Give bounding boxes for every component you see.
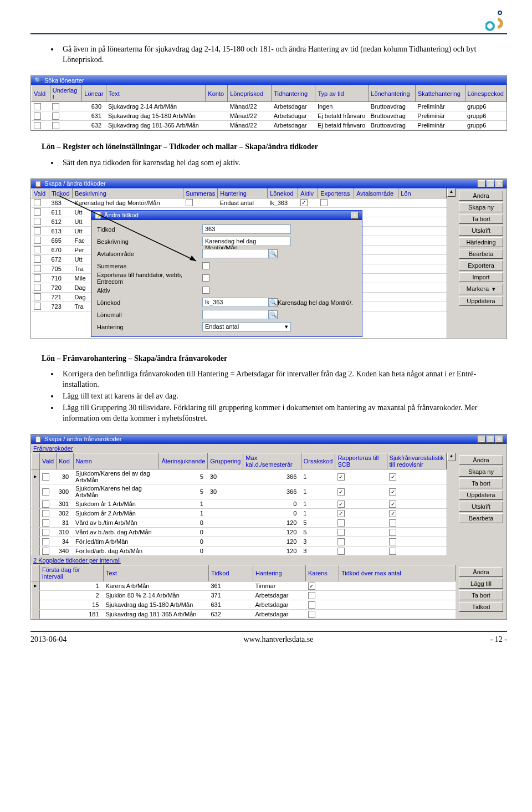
checkbox[interactable] xyxy=(308,592,315,599)
checkbox[interactable]: ✓ xyxy=(337,510,345,517)
checkbox[interactable] xyxy=(42,529,49,536)
table-row[interactable]: 300Sjukdom/Karens hel dag Arb/Mån5303661… xyxy=(32,484,447,499)
table-row[interactable]: 34För.led/tim Arb/Mån01203 xyxy=(32,537,447,546)
checkbox[interactable] xyxy=(337,548,345,555)
tidkod-input[interactable]: 363 xyxy=(202,224,291,234)
checkbox[interactable]: ✓ xyxy=(389,510,396,517)
uppdatera-button[interactable]: Uppdatera xyxy=(459,490,503,500)
checkbox[interactable] xyxy=(34,103,41,110)
checkbox[interactable] xyxy=(337,529,345,536)
beskrivning-input[interactable]: Karensdag hel dag Montör/Mån xyxy=(202,237,291,246)
table-row[interactable]: 632Sjukavdrag dag 181-365 Arb/MånMånad/2… xyxy=(32,120,507,130)
checkbox[interactable] xyxy=(52,103,59,110)
table-row[interactable]: 301Sjukdom år 1 Arb/Mån101✓✓ xyxy=(32,499,447,508)
checkbox[interactable] xyxy=(34,293,41,300)
section-link-2[interactable]: 2 Kopplade tidkoder per intervall xyxy=(31,556,123,565)
section-link-1[interactable]: Frånvarokoder xyxy=(31,444,75,453)
checkbox[interactable] xyxy=(42,488,49,496)
checkbox[interactable] xyxy=(389,519,396,527)
hantering-select[interactable]: Endast antal ▾ xyxy=(202,322,291,331)
checkbox[interactable] xyxy=(34,237,41,244)
checkbox[interactable] xyxy=(389,548,396,555)
checkbox[interactable] xyxy=(52,113,59,120)
checkbox[interactable] xyxy=(42,501,49,508)
table-row[interactable]: 2Sjuklön 80 % 2-14 Arb/Mån371Arbetsdagar xyxy=(32,590,456,600)
uppdatera-button[interactable]: Uppdatera xyxy=(459,296,503,306)
table-row[interactable]: 340För.led/arb. dag Arb/Mån01203 xyxy=(32,546,447,555)
utskrift-button[interactable]: Utskrift xyxy=(459,226,503,236)
close-icon[interactable]: × xyxy=(495,436,503,443)
aktiv-checkbox[interactable] xyxy=(202,287,209,294)
close-icon[interactable]: × xyxy=(351,212,359,219)
checkbox[interactable] xyxy=(320,199,328,206)
search-icon[interactable]: 🔍 xyxy=(269,298,278,307)
checkbox[interactable] xyxy=(42,510,49,517)
table-row[interactable]: 302Sjukdom år 2 Arb/Mån101✓✓ xyxy=(32,508,447,518)
markera-button[interactable]: Markera ▾ xyxy=(459,284,503,294)
checkbox[interactable]: ✓ xyxy=(337,488,345,496)
search-icon[interactable]: 🔍 xyxy=(269,249,278,258)
härledning-button[interactable]: Härledning xyxy=(459,237,503,247)
exportera-button[interactable]: Exportera xyxy=(459,261,503,270)
checkbox[interactable] xyxy=(34,122,41,129)
checkbox[interactable]: ✓ xyxy=(337,501,345,508)
lönemall-input[interactable] xyxy=(202,310,269,319)
ta-bort-button[interactable]: Ta bort xyxy=(459,214,503,224)
scrollbar[interactable]: ▲ xyxy=(447,188,456,338)
lägg-till-button[interactable]: Lägg till xyxy=(459,579,503,589)
table-row[interactable]: 31Vård av b./tim Arb/Mån01205 xyxy=(32,518,447,527)
checkbox[interactable]: ✓ xyxy=(300,199,308,206)
bearbeta-button[interactable]: Bearbeta xyxy=(459,249,503,259)
checkbox[interactable] xyxy=(337,519,345,527)
table-row[interactable]: 181Sjukavdrag dag 181-365 Arb/Mån632Arbe… xyxy=(32,609,456,619)
checkbox[interactable] xyxy=(42,519,49,527)
checkbox[interactable]: ✓ xyxy=(389,501,396,508)
bearbeta-button[interactable]: Bearbeta xyxy=(459,513,503,523)
checkbox[interactable] xyxy=(34,246,41,253)
checkbox[interactable]: ✓ xyxy=(308,583,315,590)
table-row[interactable]: 15Sjukavdrag dag 15-180 Arb/Mån631Arbets… xyxy=(32,600,456,609)
maximize-icon[interactable]: □ xyxy=(487,436,494,443)
ta-bort-button[interactable]: Ta bort xyxy=(459,590,503,600)
import-button[interactable]: Import xyxy=(459,272,503,282)
table-row[interactable]: 310Vård av b./arb. dag Arb/Mån01205 xyxy=(32,527,447,537)
scrollbar[interactable]: ▲ xyxy=(447,453,456,556)
close-icon[interactable]: × xyxy=(495,180,503,187)
checkbox[interactable] xyxy=(34,284,41,291)
checkbox[interactable] xyxy=(42,548,49,555)
checkbox[interactable] xyxy=(34,199,41,206)
checkbox[interactable] xyxy=(308,601,315,609)
tidkod-button[interactable]: Tidkod xyxy=(459,602,503,612)
exporteras till handdator, webb, entrecom-checkbox[interactable] xyxy=(202,274,209,282)
checkbox[interactable] xyxy=(34,274,41,282)
checkbox[interactable] xyxy=(52,122,59,129)
summeras-checkbox[interactable] xyxy=(202,262,209,269)
checkbox[interactable] xyxy=(34,227,41,234)
avtalsområde-input[interactable] xyxy=(202,249,269,258)
ändra-button[interactable]: Ändra xyxy=(459,455,503,465)
checkbox[interactable]: ✓ xyxy=(389,488,396,496)
checkbox[interactable] xyxy=(389,529,396,536)
checkbox[interactable] xyxy=(34,265,41,272)
table-row[interactable]: 630Sjukavdrag 2-14 Arb/MånMånad/22Arbets… xyxy=(32,101,507,111)
search-icon[interactable]: 🔍 xyxy=(269,310,278,319)
checkbox[interactable] xyxy=(34,113,41,120)
lönekod-input[interactable]: lk_363 xyxy=(202,298,269,307)
maximize-icon[interactable]: □ xyxy=(487,180,494,187)
utskrift-button[interactable]: Utskrift xyxy=(459,502,503,512)
ändra-button[interactable]: Ändra xyxy=(459,567,503,577)
checkbox[interactable] xyxy=(34,218,41,225)
minimize-icon[interactable]: _ xyxy=(478,436,485,443)
checkbox[interactable]: ✓ xyxy=(337,473,345,481)
checkbox[interactable] xyxy=(42,538,49,545)
checkbox[interactable] xyxy=(34,303,41,310)
table-row[interactable]: 631Sjukavdrag dag 15-180 Arb/MånMånad/22… xyxy=(32,111,507,120)
ändra-button[interactable]: Ändra xyxy=(459,191,503,201)
skapa-ny-button[interactable]: Skapa ny xyxy=(459,467,503,477)
minimize-icon[interactable]: _ xyxy=(478,180,485,187)
checkbox[interactable] xyxy=(34,208,41,216)
checkbox[interactable] xyxy=(337,538,345,545)
table-row[interactable]: ▸1Karens Arb/Mån361Timmar✓ xyxy=(32,581,456,590)
checkbox[interactable] xyxy=(42,473,49,481)
skapa-ny-button[interactable]: Skapa ny xyxy=(459,202,503,212)
